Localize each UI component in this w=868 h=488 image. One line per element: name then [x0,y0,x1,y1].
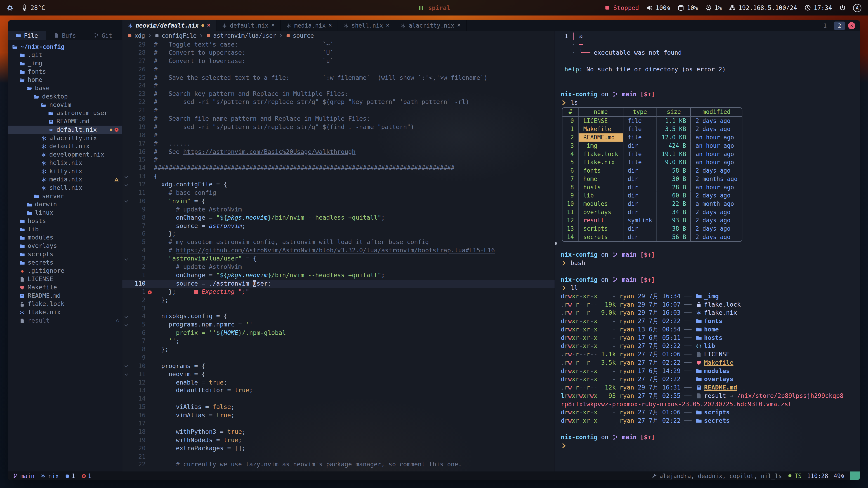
close-tab-icon[interactable]: × [848,22,855,29]
tree-item-fonts[interactable]: fonts [8,68,122,76]
code-line[interactable]: 7 ''; [122,337,555,346]
tree-item-shell.nix[interactable]: shell.nix [8,184,122,192]
neotree-tab-bufs[interactable]: Bufs [46,31,84,40]
code-line[interactable]: 5 # my cusotom astronvim config, astronv… [122,238,555,247]
code-line[interactable]: 3 "astronvim/lua/user" = { [122,255,555,263]
tree-item-secrets[interactable]: secrets [8,258,122,267]
code-line[interactable]: 22 # currently we use lazy.nvim as neovi… [122,461,555,469]
tree-item-development.nix[interactable]: development.nix [8,151,122,159]
editor-pane[interactable]: xdgconfigFileastronvim/lua/usersource 29… [122,31,555,471]
buffer-tab-default.nix[interactable]: default.nix× [217,20,281,31]
power-icon[interactable] [839,4,846,11]
tree-item-helix.nix[interactable]: helix.nix [8,159,122,167]
code-line[interactable]: 6 prefix = ''${HOME}/.npm-global [122,329,555,337]
code-line[interactable]: 3 [122,304,555,313]
code-line[interactable]: 1 }; ■ Expecting ";" [122,288,555,296]
code-line[interactable]: 18# [122,131,555,140]
tree-item-readme.md[interactable]: README.md [8,292,122,300]
code-line[interactable]: 20 extraPackages = []; [122,445,555,453]
keyboard-layout-indicator[interactable]: A [853,4,862,12]
breadcrumb-item[interactable]: source [286,32,314,39]
settings-gear-icon[interactable] [6,4,13,11]
code-line[interactable]: 28# Convert to uppercase: `U` [122,49,555,57]
tree-item-readme.md[interactable]: README.md [8,117,122,126]
git-branch-segment[interactable]: main [13,473,34,479]
breadcrumb-item[interactable]: configFile [154,32,197,39]
code-line[interactable]: 15 viAlias = false; [122,403,555,412]
code-line[interactable]: 12 enable = true; [122,379,555,387]
tree-item-alacritty.nix[interactable]: alacritty.nix [8,134,122,142]
code-line[interactable]: 23# Search key pattern and Replace in Mu… [122,90,555,98]
tabpage-1[interactable]: 1 [819,21,831,30]
tree-item-scripts[interactable]: scripts [8,250,122,258]
code-line[interactable]: 26# [122,66,555,74]
tree-item-overlays[interactable]: overlays [8,242,122,250]
tree-item--nix-config[interactable]: ~/nix-config [8,43,122,51]
cpu-widget[interactable]: 1% [705,4,722,11]
code-line[interactable]: 14 [122,395,555,403]
close-buffer-icon[interactable]: × [207,23,211,28]
tree-item-license[interactable]: LICENSE [8,275,122,283]
code-line[interactable]: 5 programs.npm.npmrc = '' [122,321,555,329]
tree-item-result[interactable]: result○ [8,317,122,325]
tree-item-server[interactable]: server [8,192,122,200]
code-line[interactable]: 13 defaultEditor = true; [122,387,555,395]
media-widget[interactable]: spiral [418,4,450,11]
tree-item-darwin[interactable]: darwin [8,200,122,209]
code-line[interactable]: 2 # update AstroNvim [122,263,555,271]
tree-item-makefile[interactable]: Makefile [8,283,122,292]
code-line[interactable]: 8 onChange = "${pkgs.neovim}/bin/nvim --… [122,214,555,222]
tree-item-base[interactable]: base [8,84,122,92]
code-line[interactable]: 9 # update AstroNvim [122,206,555,214]
recorder-widget[interactable]: Stopped [604,4,639,11]
tree-item-default.nix[interactable]: default.nix● [8,126,122,134]
code-line[interactable]: 4 nixpkgs.config = { [122,313,555,321]
code-line[interactable]: 16# See https://astronvim.com/Basic%20Us… [122,148,555,156]
buffer-tab-neovim-default.nix[interactable]: neovim/default.nix●× [122,20,217,31]
close-buffer-icon[interactable]: × [457,23,461,28]
close-buffer-icon[interactable]: × [329,23,332,28]
code-line[interactable]: 14######################################… [122,164,555,173]
buffer-tab-alacritty.nix[interactable]: alacritty.nix× [396,20,467,31]
tree-item-default.nix[interactable]: default.nix [8,142,122,151]
tree-item-home[interactable]: home [8,76,122,84]
code-line[interactable]: 4 # https://github.com/AstroNvim/AstroNv… [122,247,555,255]
code-line[interactable]: 11 # base config [122,189,555,197]
tree-item-hosts[interactable]: hosts [8,217,122,225]
tree-item-.gitignore[interactable]: ◆.gitignore [8,267,122,275]
code-line[interactable]: 21 [122,453,555,461]
diagnostics-segment[interactable]: 11 [65,473,95,479]
disk-widget[interactable]: 10% [677,4,698,11]
code-line[interactable]: 7 source = astronvim; [122,222,555,230]
code-line[interactable]: 2 }; [122,296,555,304]
tree-item-flake.nix[interactable]: flake.nix [8,308,122,317]
buffer-tab-shell.nix[interactable]: shell.nix× [338,20,396,31]
code-line[interactable]: 11 neovim = { [122,370,555,379]
code-line[interactable]: 27# Convert to lowercase: `u` [122,57,555,66]
breadcrumb-item[interactable]: astronvim/lua/user [206,32,276,39]
code-area[interactable]: 29# Toggle text's case: `~`28# Convert t… [122,40,555,471]
code-line[interactable]: 20# Search file name pattern and Replace… [122,115,555,123]
breadcrumb-item[interactable]: xdg [127,32,145,39]
code-line[interactable]: 18 withPython3 = true; [122,428,555,436]
close-buffer-icon[interactable]: × [271,23,275,28]
code-line[interactable]: 17# ...... [122,140,555,148]
volume-widget[interactable]: 100% [646,4,671,11]
tabpage-2[interactable]: 2 [834,21,845,30]
code-line[interactable]: 29# Toggle text's case: `~` [122,41,555,49]
tree-item-astronvim-user[interactable]: astronvim_user [8,109,122,117]
code-line[interactable]: 10 "nvim" = { [122,197,555,205]
tree-item-kitty.nix[interactable]: kitty.nix [8,167,122,175]
code-line[interactable]: 1 onChange = "${pkgs.neovim}/bin/nvim --… [122,271,555,280]
close-buffer-icon[interactable]: × [386,23,390,28]
tree-item-modules[interactable]: modules [8,233,122,242]
tree-item-media.nix[interactable]: media.nix [8,175,122,184]
code-line[interactable]: 10 programs = { [122,362,555,370]
code-line[interactable]: 25# Save the selected text to a file: `:… [122,74,555,82]
code-line[interactable]: 24# [122,82,555,90]
tree-item--img[interactable]: _img [8,59,122,68]
code-line[interactable]: 16 vimAlias = true; [122,412,555,420]
tree-item-lib[interactable]: lib [8,225,122,234]
code-line[interactable]: 15# [122,156,555,164]
code-line[interactable]: 21# [122,107,555,115]
